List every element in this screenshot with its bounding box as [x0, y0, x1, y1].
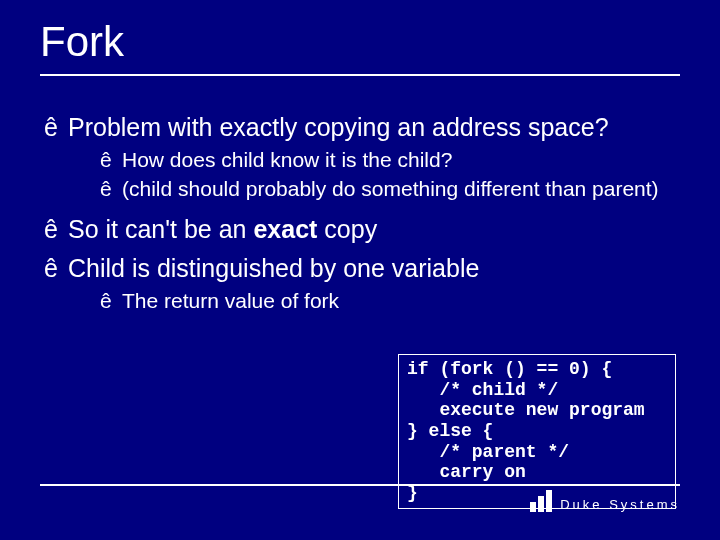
bullet-problem: Problem with exactly copying an address …	[44, 112, 680, 202]
sub-list: How does child know it is the child? (ch…	[68, 147, 680, 202]
sub-bullet-text: (child should probably do something diff…	[122, 177, 659, 200]
logo-bar	[530, 502, 536, 512]
slide: Fork Problem with exactly copying an add…	[0, 0, 720, 540]
bullet-text: Child is distinguished by one variable	[68, 254, 479, 282]
bullet-distinguished: Child is distinguished by one variable T…	[44, 253, 680, 315]
sub-list: The return value of fork	[68, 288, 680, 314]
bullet-exact-copy: So it can't be an exact copy	[44, 214, 680, 245]
logo-bar	[538, 496, 544, 512]
sub-bullet-return-value: The return value of fork	[100, 288, 680, 314]
sub-bullet-text: The return value of fork	[122, 289, 339, 312]
footer: Duke Systems	[40, 484, 680, 512]
logo-bar	[546, 490, 552, 512]
sub-bullet: (child should probably do something diff…	[100, 176, 680, 202]
slide-title: Fork	[40, 18, 680, 76]
bullet-text-pre: So it can't be an	[68, 215, 253, 243]
bullet-text-post: copy	[317, 215, 377, 243]
logo-icon	[530, 490, 552, 512]
footer-brand: Duke Systems	[560, 497, 680, 512]
bullet-text-bold: exact	[253, 215, 317, 243]
sub-bullet: How does child know it is the child?	[100, 147, 680, 173]
bullet-list: Problem with exactly copying an address …	[40, 112, 680, 315]
bullet-text: Problem with exactly copying an address …	[68, 113, 609, 141]
sub-bullet-text: How does child know it is the child?	[122, 148, 452, 171]
